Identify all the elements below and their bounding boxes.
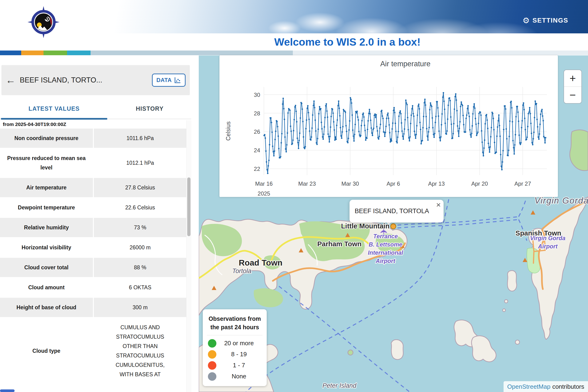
- legend-dot-icon: [208, 361, 216, 370]
- popup-title: BEEF ISLAND, TORTOLA: [350, 200, 434, 222]
- legend-item: None: [206, 371, 263, 382]
- observation-label: Non coordinate pressure: [0, 128, 93, 148]
- legend-label: 20 or more: [216, 340, 261, 347]
- table-row: Cloud typeCUMULUS AND STRATOCUMULUS OTHE…: [0, 318, 186, 384]
- observation-label: Cloud amount: [0, 278, 93, 297]
- map-label: Parham Town: [317, 240, 362, 248]
- stripe-segment: [67, 50, 91, 55]
- legend-dot-icon: [208, 372, 216, 381]
- svg-text:24: 24: [254, 147, 260, 154]
- svg-text:Mar 16: Mar 16: [255, 180, 273, 187]
- station-panel: ← BEEF ISLAND, TORTO... DATA LATEST VALU…: [0, 55, 191, 392]
- table-row: Cloud amount6 OKTAS: [0, 278, 186, 297]
- horizontal-scrollbar-thumb[interactable]: [0, 390, 15, 392]
- settings-label: SETTINGS: [532, 17, 568, 24]
- table-row: Horizontal visibility26000 m: [0, 238, 186, 257]
- svg-text:26: 26: [254, 128, 260, 135]
- legend-items: 20 or more8 - 191 - 7None: [206, 338, 263, 382]
- observation-label: Cloud cover total: [0, 258, 93, 277]
- table-row: Non coordinate pressure1011.6 hPa: [0, 128, 186, 148]
- observation-value: 26000 m: [94, 238, 187, 257]
- table-row: Relative humidity73 %: [0, 218, 186, 237]
- legend-label: 1 - 7: [216, 362, 261, 369]
- scrollbar-thumb[interactable]: [187, 178, 190, 236]
- map-label: Little Mountain: [341, 222, 390, 230]
- observation-label: Dewpoint temperature: [0, 198, 93, 217]
- zoom-out-button[interactable]: −: [564, 86, 581, 103]
- air-temperature-chart[interactable]: Mar 162025Mar 23Mar 30Apr 6Apr 13Apr 20A…: [219, 56, 558, 197]
- settings-button[interactable]: ⚙ SETTINGS: [523, 16, 568, 24]
- legend-item: 20 or more: [206, 338, 263, 349]
- map-label: Airport: [375, 258, 396, 264]
- map-label: Virgin Gorda: [530, 235, 566, 241]
- observation-label: Horizontal visibility: [0, 238, 93, 257]
- islet: [504, 300, 508, 303]
- map-label: Tortola: [232, 268, 251, 274]
- svg-text:2025: 2025: [257, 190, 270, 197]
- islet: [515, 340, 519, 344]
- svg-text:28: 28: [254, 110, 260, 116]
- svg-text:Apr 6: Apr 6: [387, 180, 400, 187]
- observation-label: Air temperature: [0, 178, 93, 197]
- svg-text:Mar 30: Mar 30: [341, 180, 359, 187]
- observation-value: 300 m: [94, 298, 187, 317]
- observation-value: 73 %: [94, 218, 187, 237]
- table-row: Dewpoint temperature22.6 Celsius: [0, 198, 186, 217]
- observation-label: Cloud type: [0, 318, 93, 384]
- panel-header: ← BEEF ISLAND, TORTO... DATA: [2, 65, 190, 95]
- back-button[interactable]: ←: [6, 74, 20, 86]
- svg-text:30: 30: [254, 92, 260, 98]
- islet: [503, 309, 505, 312]
- observation-value: 1011.6 hPa: [94, 128, 187, 148]
- map-label: Peter Island: [323, 382, 357, 389]
- svg-text:22: 22: [254, 166, 260, 172]
- gear-icon: ⚙: [523, 16, 530, 24]
- svg-text:Apr 13: Apr 13: [428, 180, 445, 187]
- app-root: ⚙ SETTINGS Welcome to WIS 2.0 in a box!: [0, 0, 588, 392]
- brand-stripe: [0, 50, 588, 55]
- legend-dot-icon: [208, 350, 216, 359]
- observation-value: CUMULUS AND STRATOCUMULUS OTHER THAN STR…: [94, 318, 187, 384]
- map-legend: Observations from the past 24 hours 20 o…: [203, 309, 267, 386]
- close-icon[interactable]: ×: [436, 200, 441, 210]
- page-title: Welcome to WIS 2.0 in a box!: [274, 36, 421, 48]
- from-timestamp: from 2025-04-30T19:00:00Z: [3, 122, 66, 127]
- islet-chain: [507, 270, 517, 291]
- observation-value: 1012.1 hPa: [94, 148, 187, 177]
- legend-dot-icon: [208, 339, 216, 348]
- observation-value: 22.6 Celsius: [94, 198, 187, 217]
- welcome-title-bar: Welcome to WIS 2.0 in a box!: [0, 33, 588, 50]
- table-row: Air temperature27.8 Celsius: [0, 178, 186, 197]
- map-attribution: OpenStreetMap contributors: [504, 381, 588, 392]
- back-arrow-icon: ←: [6, 74, 16, 86]
- observation-label: Height of base of cloud: [0, 298, 93, 317]
- table-row: Cloud cover total88 %: [0, 258, 186, 277]
- station-title: BEEF ISLAND, TORTO...: [20, 76, 152, 84]
- zoom-in-button[interactable]: +: [564, 70, 581, 86]
- island-dead-chest: [391, 340, 403, 359]
- panel-scrollbar[interactable]: [186, 120, 191, 392]
- data-button[interactable]: DATA: [152, 74, 186, 87]
- observation-table: Non coordinate pressure1011.6 hPaPressur…: [0, 128, 186, 385]
- cmo-logo-icon: [27, 6, 60, 38]
- observation-label: Pressure reduced to mean sea level: [0, 148, 93, 177]
- osm-link[interactable]: OpenStreetMap: [507, 383, 551, 390]
- svg-text:Apr 27: Apr 27: [514, 180, 531, 187]
- map-label: B. Lettsome: [369, 241, 402, 248]
- stripe-segment: [21, 50, 44, 55]
- tab-history[interactable]: HISTORY: [108, 99, 191, 119]
- map-label: Road Town: [239, 258, 282, 267]
- station-popup[interactable]: BEEF ISLAND, TORTOLA ×: [350, 200, 444, 222]
- station-marker[interactable]: [391, 224, 396, 229]
- legend-label: 8 - 19: [216, 351, 261, 358]
- svg-text:Apr 20: Apr 20: [471, 180, 488, 187]
- svg-text:Celsius: Celsius: [225, 122, 231, 141]
- cmo-logo: [27, 6, 60, 38]
- observation-value: 6 OKTAS: [94, 278, 187, 297]
- tab-latest-values[interactable]: LATEST VALUES: [0, 99, 108, 119]
- attribution-text: contributors: [552, 383, 584, 390]
- legend-item: 8 - 19: [206, 349, 263, 360]
- legend-label: None: [216, 373, 261, 380]
- legend-title: Observations from the past 24 hours: [206, 314, 263, 331]
- data-button-label: DATA: [156, 77, 172, 84]
